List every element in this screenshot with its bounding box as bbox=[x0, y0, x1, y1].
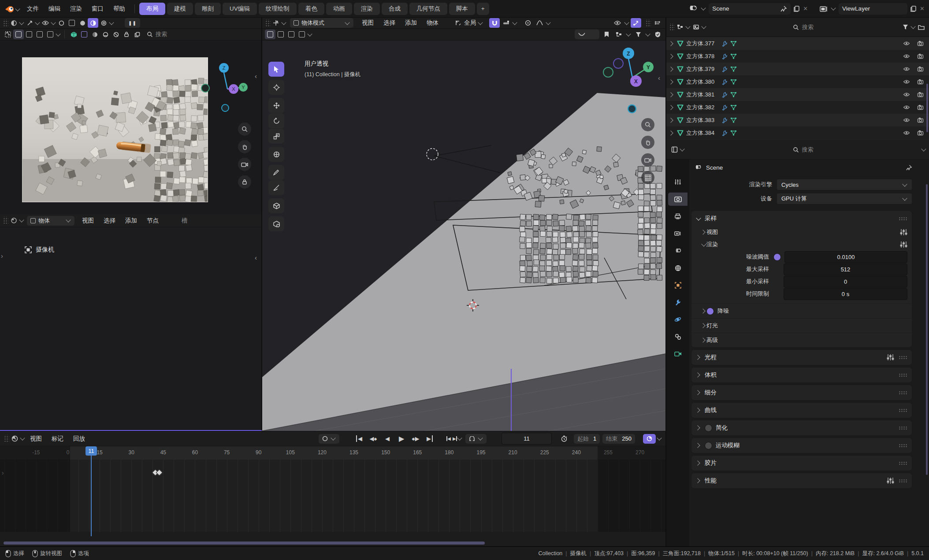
hide-eye-icon[interactable] bbox=[903, 54, 910, 59]
noise-threshold-checkbox[interactable] bbox=[773, 253, 781, 261]
chevron-down-icon[interactable] bbox=[546, 20, 550, 25]
chevron-down-icon[interactable] bbox=[109, 20, 114, 25]
chevron-down-icon[interactable] bbox=[685, 24, 690, 29]
view-layer-icon[interactable] bbox=[819, 5, 828, 13]
hide-eye-icon[interactable] bbox=[903, 105, 910, 110]
panel-header[interactable]: 运动模糊 bbox=[691, 438, 912, 453]
object-name[interactable]: 立方体.383 bbox=[686, 116, 714, 124]
workspace-tab[interactable]: 合成 bbox=[382, 3, 408, 15]
panel-header[interactable]: 性能 bbox=[691, 473, 912, 488]
tweak-select-tool[interactable] bbox=[268, 62, 284, 77]
select-intersect-icon[interactable] bbox=[297, 30, 307, 39]
panel-grip[interactable] bbox=[899, 426, 907, 430]
editor-type-icon[interactable] bbox=[8, 18, 19, 28]
snap-increment-icon[interactable] bbox=[501, 18, 511, 28]
filter-funnel-icon[interactable] bbox=[633, 30, 643, 39]
frame-start-field[interactable]: 起始 1 bbox=[574, 434, 600, 444]
chevron-down-icon[interactable] bbox=[701, 5, 706, 10]
hide-eye-icon[interactable] bbox=[903, 79, 910, 84]
menu-item[interactable]: 帮助 bbox=[108, 4, 130, 14]
chevron-down-icon[interactable] bbox=[478, 20, 483, 25]
shield-check-icon[interactable] bbox=[652, 30, 663, 39]
workspace-tab[interactable]: 建模 bbox=[167, 3, 193, 15]
select-mode-intersect-icon[interactable] bbox=[45, 30, 56, 39]
sampling-panel-header[interactable]: 采样 bbox=[691, 211, 912, 226]
measure-tool[interactable] bbox=[268, 180, 284, 195]
panel-checkbox[interactable] bbox=[705, 424, 712, 432]
viewport-canvas[interactable]: 用户透视 (11) Collection | 摄像机 bbox=[262, 41, 665, 431]
mesh-cube-icon[interactable] bbox=[68, 30, 79, 39]
select-mode-subtract-icon[interactable] bbox=[34, 30, 45, 39]
tab-object-data[interactable] bbox=[668, 347, 687, 360]
chevron-down-icon[interactable] bbox=[56, 31, 60, 36]
panel-header[interactable]: 光程 bbox=[691, 350, 912, 365]
zoom-icon[interactable] bbox=[238, 122, 251, 136]
new-view-layer-icon[interactable] bbox=[910, 5, 917, 12]
camera-preview-canvas[interactable]: Z X Y ‹ bbox=[0, 41, 261, 214]
next-keyframe-button[interactable]: ◆▶ bbox=[409, 434, 422, 444]
rendered-shading-icon[interactable] bbox=[98, 18, 109, 28]
copy-icon[interactable] bbox=[132, 30, 142, 39]
panel-header[interactable]: 细分 bbox=[691, 385, 912, 400]
camera-visibility-icon[interactable] bbox=[917, 79, 924, 85]
chevron-down-icon[interactable] bbox=[35, 20, 40, 25]
outliner-row[interactable]: 立方体.382 bbox=[666, 101, 929, 114]
panel-grip[interactable] bbox=[899, 373, 907, 377]
outliner-row[interactable]: 立方体.381 bbox=[666, 88, 929, 101]
tab-view-layer[interactable] bbox=[668, 227, 687, 240]
new-scene-icon[interactable] bbox=[793, 5, 800, 12]
pin-icon[interactable] bbox=[906, 164, 912, 171]
menu-item[interactable]: 渲染 bbox=[65, 4, 87, 14]
overlays-icon[interactable] bbox=[652, 18, 663, 28]
current-frame-field[interactable]: 11 bbox=[502, 433, 552, 445]
keyframe-diamond[interactable] bbox=[156, 469, 163, 476]
filter-funnel-icon[interactable] bbox=[900, 22, 910, 32]
chevron-down-icon[interactable] bbox=[281, 20, 286, 25]
jump-end-button[interactable]: ▶ bbox=[423, 434, 436, 444]
pan-hand-icon[interactable] bbox=[238, 140, 251, 153]
workspace-tab[interactable]: 布局 bbox=[139, 3, 165, 15]
workspace-tab[interactable]: 动画 bbox=[326, 3, 352, 15]
drag-grip[interactable] bbox=[3, 217, 8, 224]
properties-scrollbar[interactable] bbox=[926, 184, 928, 475]
panel-checkbox[interactable] bbox=[705, 442, 712, 449]
editor-type-icon[interactable] bbox=[669, 145, 680, 155]
tab-physics[interactable] bbox=[668, 313, 687, 326]
shader-editor-canvas[interactable]: › 摄像机 ‹ bbox=[0, 227, 261, 430]
workspace-tab[interactable]: 脚本 bbox=[449, 3, 475, 15]
camera-view-icon[interactable] bbox=[238, 158, 251, 171]
tab-world[interactable] bbox=[668, 261, 687, 274]
overlay-grid-icon[interactable] bbox=[67, 18, 77, 28]
select-new-icon[interactable] bbox=[265, 30, 275, 39]
grid-view-icon[interactable] bbox=[641, 171, 654, 184]
tab-render[interactable] bbox=[668, 193, 687, 206]
menu-item[interactable]: 视图 bbox=[25, 434, 47, 444]
tab-output[interactable] bbox=[668, 210, 687, 223]
camera-visibility-icon[interactable] bbox=[917, 41, 924, 46]
loop-button[interactable] bbox=[465, 434, 487, 444]
outliner-row[interactable]: 立方体.380 bbox=[666, 75, 929, 88]
panel-header[interactable]: 胶片 bbox=[691, 456, 912, 471]
navigation-gizmo[interactable]: Z X Y bbox=[198, 58, 256, 115]
shading-texture-icon[interactable] bbox=[100, 30, 111, 39]
chevron-down-icon[interactable] bbox=[19, 20, 24, 25]
navigation-gizmo[interactable]: Z Y X bbox=[596, 44, 658, 115]
camera-visibility-icon[interactable] bbox=[917, 92, 924, 97]
camera-visibility-icon[interactable] bbox=[917, 53, 924, 59]
workspace-tab[interactable]: 着色 bbox=[298, 3, 324, 15]
visibility-eye-icon[interactable] bbox=[40, 18, 51, 28]
outliner-scrollbar[interactable] bbox=[926, 84, 928, 132]
advanced-row[interactable]: 高级 bbox=[691, 333, 912, 347]
falloff-pill[interactable] bbox=[575, 30, 599, 39]
play-reverse-button[interactable]: ◀ bbox=[381, 434, 394, 444]
sliders-icon[interactable] bbox=[887, 477, 894, 484]
gizmos-toggle-icon[interactable] bbox=[631, 18, 641, 28]
object-name[interactable]: 立方体.380 bbox=[686, 78, 714, 86]
hide-eye-icon[interactable] bbox=[903, 67, 910, 71]
tab-tool[interactable] bbox=[668, 175, 687, 189]
outliner-display-mode-icon[interactable] bbox=[675, 22, 685, 32]
sync-button[interactable] bbox=[643, 434, 656, 444]
chevron-down-icon[interactable] bbox=[15, 6, 20, 11]
noise-threshold-field[interactable]: 0.0100 bbox=[784, 251, 907, 263]
editor-type-icon[interactable] bbox=[9, 434, 20, 444]
